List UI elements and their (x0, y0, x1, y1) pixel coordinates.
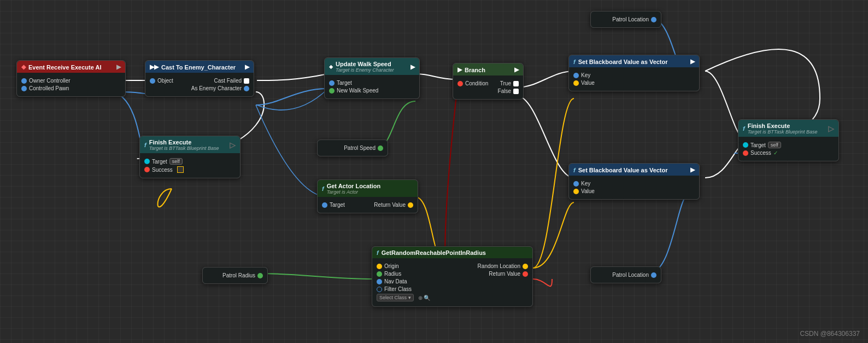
set-bb-2-key-dot (573, 181, 579, 187)
set-bb-1-header: f Set Blackboard Value as Vector ▶ (569, 55, 699, 67)
finish-execute-left-node: f Finish Execute Target is BTTask Bluepr… (139, 136, 241, 178)
update-walk-speed-node: ◆ Update Walk Speed Target is Enemy Char… (324, 57, 420, 99)
finish-execute-right-body: Target self Success ✓ (738, 137, 838, 161)
owner-controller-pin: Owner Controller (21, 78, 121, 84)
finish-right-success-dot (743, 150, 748, 156)
patrol-location-1-node: Patrol Location (590, 11, 661, 28)
finish-exec-out-right: ▷ (828, 124, 834, 133)
update-exec-out: ▶ (410, 63, 415, 71)
patrol-speed-node: Patrol Speed (317, 139, 388, 156)
func-icon-3: f (377, 249, 379, 256)
branch-body: Condition True False (453, 75, 523, 99)
branch-exec-true: ▶ (514, 66, 519, 73)
set-bb-2-key-pin: Key (573, 181, 695, 187)
patrol-speed-dot (378, 146, 383, 151)
set-bb-2-title: Set Blackboard Value as Vector (578, 167, 668, 173)
finish-left-success-pin: Success (144, 166, 236, 173)
filter-class-pin: Filter Class (377, 286, 528, 292)
finish-right-success-check: ✓ (773, 150, 778, 156)
set-bb-vector-2-node: f Set Blackboard Value as Vector ▶ Key V… (568, 163, 700, 200)
get-actor-return-dot (408, 202, 413, 208)
func-icon-5: f (573, 167, 576, 173)
set-bb-vector-1-node: f Set Blackboard Value as Vector ▶ Key V… (568, 55, 700, 91)
set-bb-2-value-dot (573, 189, 579, 194)
finish-execute-left-header: f Finish Execute Target is BTTask Bluepr… (140, 136, 240, 153)
event-icon: ◆ (21, 63, 26, 71)
finish-execute-right-title: Finish Execute (748, 123, 818, 129)
filter-class-dot (377, 287, 382, 292)
event-title: Event Receive Execute AI (28, 64, 102, 71)
update-walkspeed-pin: New Walk Speed (329, 88, 415, 94)
set-bb-2-header: f Set Blackboard Value as Vector ▶ (569, 164, 699, 176)
as-enemy-dot (244, 86, 249, 91)
finish-left-success-dot (144, 167, 150, 172)
branch-true-dot (513, 81, 519, 86)
get-random-reachable-node: f GetRandomReachablePointInRadius Origin… (372, 246, 533, 307)
set-bb-2-body: Key Value (569, 176, 699, 199)
branch-condition-pin: Condition True (458, 80, 519, 86)
branch-header: ▶ Branch ▶ (453, 63, 523, 75)
event-node-body: Owner Controller Controlled Pawn (17, 73, 125, 96)
get-actor-header: f Get Actor Location Target is Actor (318, 180, 418, 197)
finish-left-target-dot (144, 159, 150, 164)
event-node-header: ◆ Event Receive Execute AI ▶ (17, 61, 125, 73)
finish-right-success-pin: Success ✓ (743, 150, 834, 156)
patrol-speed-pin: Patrol Speed (322, 145, 383, 151)
nav-data-pin: Nav Data (377, 278, 528, 284)
finish-left-target-pin: Target self (144, 158, 236, 165)
branch-title: Branch (465, 67, 485, 73)
cast-exec-out: ▶ (245, 63, 249, 71)
get-actor-title: Get Actor Location (327, 183, 381, 189)
finish-execute-right-node: f Finish Execute Target is BTTask Bluepr… (738, 119, 839, 161)
set-bb-2-exec-out: ▶ (690, 166, 695, 173)
finish-right-target-dot (743, 142, 748, 148)
cast-failed-dot (244, 78, 249, 84)
watermark: CSDN @864306337 (800, 330, 860, 338)
select-class-row[interactable]: Select Class ▾ ⊕ 🔍 (377, 294, 528, 301)
update-walkspeed-dot (329, 88, 335, 94)
set-bb-2-value-pin: Value (573, 188, 695, 194)
finish-left-success-value (177, 166, 184, 173)
get-random-header: f GetRandomReachablePointInRadius (372, 247, 532, 258)
patrol-radius-dot (257, 273, 263, 278)
func-icon-4: f (573, 59, 576, 65)
patrol-location-2-pin: Patrol Location (595, 272, 656, 278)
finish-execute-right-header: f Finish Execute Target is BTTask Bluepr… (738, 120, 838, 137)
func-icon-1: f (144, 142, 146, 148)
patrol-location-2-node: Patrol Location (590, 266, 661, 283)
patrol-location-1-pin: Patrol Location (595, 16, 656, 22)
patrol-radius-pin: Patrol Radius (207, 272, 263, 278)
set-bb-1-key-dot (573, 73, 579, 78)
patrol-location-1-body: Patrol Location (591, 11, 661, 27)
branch-node: ▶ Branch ▶ Condition True False (453, 63, 524, 100)
origin-dot (377, 264, 382, 269)
cast-exec-in: ▶▶ (150, 63, 159, 71)
cast-title: Cast To Enemy_Character (161, 64, 236, 71)
get-actor-target-dot (322, 202, 327, 208)
origin-pin: Origin Random Location (377, 263, 528, 269)
finish-execute-left-title: Finish Execute (149, 139, 219, 146)
set-bb-1-title: Set Blackboard Value as Vector (578, 59, 668, 65)
radius-pin: Radius Return Value (377, 271, 528, 277)
set-bb-1-key-pin: Key (573, 72, 695, 78)
patrol-location-1-dot (651, 17, 656, 22)
patrol-radius-body: Patrol Radius (203, 268, 267, 283)
cast-header: ▶▶ Cast To Enemy_Character ▶ (145, 61, 254, 73)
set-bb-1-value-pin: Value (573, 80, 695, 86)
owner-controller-dot (21, 78, 27, 84)
controlled-pawn-pin: Controlled Pawn (21, 85, 121, 91)
patrol-location-2-body: Patrol Location (591, 267, 661, 283)
event-exec-out: ▶ (116, 63, 121, 71)
update-exec-in: ◆ (329, 64, 333, 69)
event-receive-execute-ai-node: ◆ Event Receive Execute AI ▶ Owner Contr… (16, 60, 126, 97)
branch-exec-in: ▶ (458, 66, 462, 73)
cast-node-body: Object Cast Failed As Enemy Character (145, 73, 254, 96)
get-random-body: Origin Random Location Radius Return Val… (372, 258, 532, 306)
finish-right-target-pin: Target self (743, 142, 834, 148)
update-walk-body: Target New Walk Speed (325, 75, 419, 98)
controlled-pawn-dot (21, 86, 27, 91)
patrol-speed-body: Patrol Speed (318, 140, 388, 156)
finish-exec-out-left: ▷ (230, 141, 236, 149)
nav-data-dot (377, 279, 382, 284)
finish-execute-left-body: Target self Success (140, 153, 240, 178)
